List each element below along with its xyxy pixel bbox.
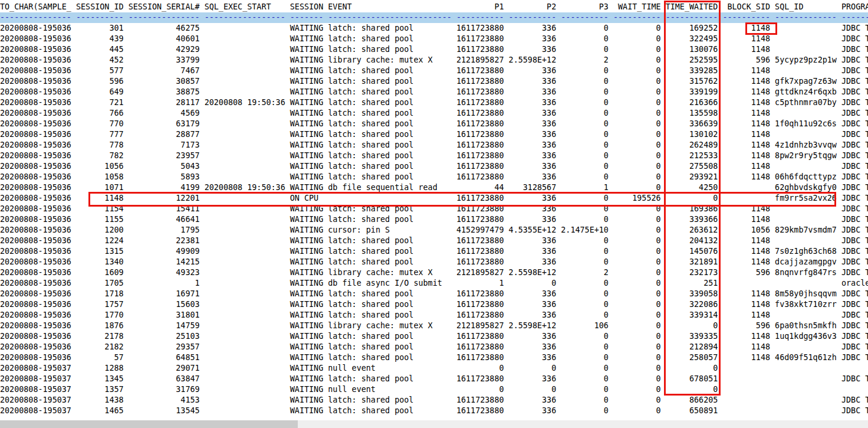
table-row: 20200808-195036 1071 4199 20200808 19:50… (0, 182, 868, 193)
table-row: 20200808-195036 649 38875 WAITING latch:… (0, 87, 868, 97)
table-row: 20200808-195036 1155 46641 WAITING latch… (0, 214, 868, 225)
table-row: 20200808-195036 301 46275 WAITING latch:… (0, 23, 868, 34)
table-row: 20200808-195036 439 40601 WAITING latch:… (0, 34, 868, 44)
table-row: 20200808-195036 596 30857 WAITING latch:… (0, 76, 868, 87)
separator-row: --------------- ---------- -------------… (0, 12, 868, 23)
horizontal-scrollbar-thumb[interactable] (0, 420, 298, 428)
table-row: 20200808-195036 1609 49323 WAITING libra… (0, 267, 868, 278)
table-row: 20200808-195036 2178 25103 WAITING latch… (0, 331, 868, 342)
table-row: 20200808-195036 778 7173 WAITING latch: … (0, 140, 868, 151)
table-row: 20200808-195036 1154 15411 WAITING latch… (0, 204, 868, 214)
table-row: 20200808-195036 1224 22381 WAITING latch… (0, 236, 868, 246)
table-row: 20200808-195036 1718 16971 WAITING latch… (0, 289, 868, 299)
table-row: 20200808-195036 1058 5893 WAITING latch:… (0, 172, 868, 182)
horizontal-scrollbar[interactable] (0, 420, 868, 428)
table-row: 20200808-195036 1770 31801 WAITING latch… (0, 310, 868, 321)
table-row: 20200808-195036 577 7467 WAITING latch: … (0, 66, 868, 76)
table-row: 20200808-195037 1438 4153 WAITING latch:… (0, 395, 868, 406)
table-row: 20200808-195036 1315 49909 WAITING latch… (0, 246, 868, 257)
table-row: 20200808-195036 452 33799 WAITING librar… (0, 55, 868, 66)
table-row: 20200808-195036 782 23957 WAITING latch:… (0, 151, 868, 161)
table-row: 20200808-195036 777 28877 WAITING latch:… (0, 129, 868, 140)
table-row: 20200808-195036 1876 14759 WAITING libra… (0, 321, 868, 331)
header-row: TO_CHAR(SAMPLE_ SESSION_ID SESSION_SERIA… (0, 2, 868, 12)
table-row: 20200808-195036 1340 14215 WAITING latch… (0, 257, 868, 267)
table-row: 20200808-195036 1757 15603 WAITING latch… (0, 299, 868, 310)
table-row: 20200808-195036 57 64851 WAITING latch: … (0, 352, 868, 363)
table-row: 20200808-195036 1200 1795 WAITING cursor… (0, 225, 868, 236)
terminal-output: TO_CHAR(SAMPLE_ SESSION_ID SESSION_SERIA… (0, 2, 868, 416)
table-row: 20200808-195036 2182 29357 WAITING latch… (0, 342, 868, 352)
terminal-window: TO_CHAR(SAMPLE_ SESSION_ID SESSION_SERIA… (0, 0, 868, 428)
table-row: 20200808-195036 770 63179 WAITING latch:… (0, 119, 868, 129)
table-row: 20200808-195036 1705 1 WAITING db file a… (0, 278, 868, 289)
table-row: 20200808-195036 721 28117 20200808 19:50… (0, 97, 868, 108)
table-row: 20200808-195037 1465 13545 WAITING latch… (0, 406, 868, 416)
table-row: 20200808-195037 1357 31769 WAITING null … (0, 384, 868, 395)
table-row: 20200808-195037 1345 63847 WAITING latch… (0, 374, 868, 384)
table-row: 20200808-195036 445 42929 WAITING latch:… (0, 44, 868, 55)
table-row: 20200808-195036 1148 12201 ON CPU 161172… (0, 193, 868, 204)
table-row: 20200808-195037 1288 29071 WAITING null … (0, 363, 868, 374)
table-row: 20200808-195036 766 4569 WAITING latch: … (0, 108, 868, 119)
table-row: 20200808-195036 1056 5043 WAITING latch:… (0, 161, 868, 172)
